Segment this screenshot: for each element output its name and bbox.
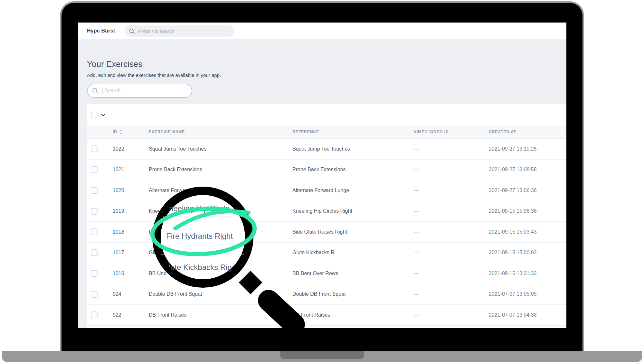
- row-checkbox[interactable]: [91, 208, 98, 215]
- sort-arrows-icon[interactable]: [119, 130, 123, 134]
- table-toolbar: [87, 104, 566, 125]
- exercises-table-card: ID EXERCISE NAME REFERENCE VIMEO VIDEO I…: [87, 104, 566, 328]
- select-all-checkbox[interactable]: [91, 112, 98, 118]
- brand-logo: Hype Burst: [87, 23, 115, 39]
- table-row[interactable]: 1019 Kneeling Hip Circles Right Kneeling…: [87, 201, 566, 222]
- table-row[interactable]: 1016 BB Und BB Bent Over Rows — 2021-09-…: [87, 263, 566, 284]
- chevron-down-icon[interactable]: [101, 114, 106, 116]
- table-row[interactable]: 922 DB Front Raises DB Front Raises — 20…: [87, 304, 566, 325]
- table-row[interactable]: 1017 Glute Kickbacks Right Glute Kickbac…: [87, 242, 566, 263]
- app-viewport: Hype Burst Your Exercises Add, edit and …: [78, 23, 566, 328]
- table-header-row: ID EXERCISE NAME REFERENCE VIMEO VIDEO I…: [87, 125, 566, 138]
- laptop-base: [2, 351, 642, 362]
- column-header-exercise-name[interactable]: EXERCISE NAME: [145, 130, 289, 134]
- search-icon: [92, 88, 99, 94]
- table-row[interactable]: 1021 Prone Back Extensions Prone Back Ex…: [87, 159, 566, 180]
- laptop-base-notch: [280, 351, 364, 359]
- row-checkbox[interactable]: [91, 270, 98, 277]
- main-content: Your Exercises Add, edit and view the ex…: [78, 59, 566, 328]
- table-row[interactable]: 1018 Fire Hydrants Right Side Glute Rais…: [87, 221, 566, 242]
- page-subtitle: Add, edit and view the exercises that ar…: [87, 72, 566, 78]
- column-header-created-at[interactable]: CREATED AT: [485, 130, 566, 134]
- global-search-input[interactable]: [138, 28, 234, 34]
- page-title: Your Exercises: [87, 59, 566, 69]
- exercise-search[interactable]: [87, 84, 192, 98]
- table-row[interactable]: 924 Double DB Front Squat Double DB Fron…: [87, 284, 566, 305]
- global-search[interactable]: [125, 25, 234, 37]
- table-row[interactable]: 1022 Squat Jump Toe Touches Squat Jump T…: [87, 138, 566, 159]
- column-header-reference[interactable]: REFERENCE: [289, 130, 410, 134]
- row-checkbox[interactable]: [91, 228, 98, 235]
- column-header-vimeo-video-id[interactable]: VIMEO VIDEO ID: [410, 130, 485, 134]
- column-header-id[interactable]: ID: [109, 130, 145, 134]
- row-checkbox[interactable]: [91, 187, 98, 194]
- row-checkbox[interactable]: [91, 145, 98, 152]
- row-checkbox[interactable]: [91, 249, 98, 256]
- row-checkbox[interactable]: [91, 166, 98, 173]
- exercise-search-input[interactable]: [104, 88, 192, 94]
- top-navbar: Hype Burst: [78, 23, 566, 39]
- table-bottom-filler: [87, 325, 566, 329]
- row-checkbox[interactable]: [91, 291, 98, 298]
- text-cursor: [102, 87, 102, 94]
- stage: Hype Burst Your Exercises Add, edit and …: [0, 0, 644, 362]
- search-icon: [129, 28, 135, 34]
- table-row[interactable]: 1020 Alternate Forward Lunge Alternate F…: [87, 180, 566, 201]
- row-checkbox[interactable]: [91, 311, 98, 318]
